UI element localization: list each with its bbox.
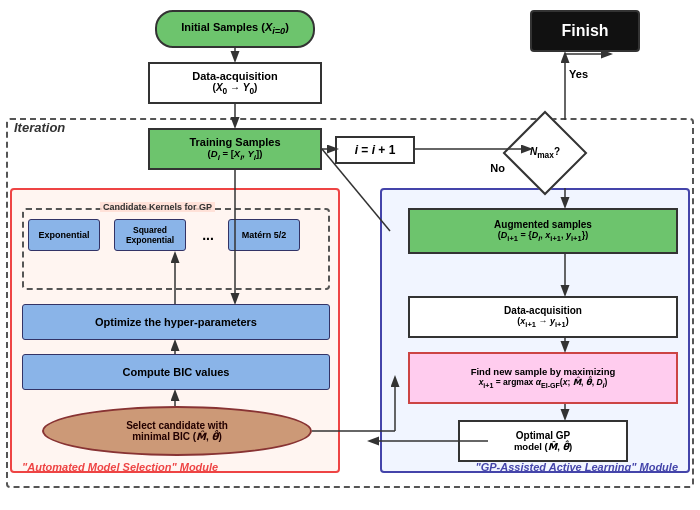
kernel-squared-exponential: SquaredExponential — [114, 219, 186, 251]
kernel-dots: ... — [198, 227, 218, 243]
node-compute-bic: Compute BIC values — [22, 354, 330, 390]
node-find-new-sample: Find new sample by maximizing xi+1 = arg… — [408, 352, 678, 404]
kernel-matern: Matérn 5/2 — [228, 219, 300, 251]
node-select-candidate: Select candidate with minimal BIC (M̂, θ… — [42, 406, 312, 456]
node-nmax-decision: Nmax? — [510, 118, 580, 188]
node-training-samples: Training Samples (Di = [Xi, Yi]) — [148, 128, 322, 170]
diamond-label: Nmax? — [510, 118, 580, 188]
node-iteration-counter: i = i + 1 — [335, 136, 415, 164]
node-data-acquisition-top: Data-acquisition (X0 → Y0) — [148, 62, 322, 104]
label-yes: Yes — [569, 68, 588, 80]
kernel-exponential: Exponential — [28, 219, 100, 251]
node-finish: Finish — [530, 10, 640, 52]
module-left-label: "Automated Model Selection" Module — [22, 461, 218, 473]
node-initial-samples: Initial Samples (Xi=0) — [155, 10, 315, 48]
node-optimal-gp: Optimal GP model (M̂, θ̂) — [458, 420, 628, 462]
module-right-label: "GP-Assisted Active Learning" Module — [475, 461, 678, 473]
node-data-acquisition-right: Data-acquisition (xi+1 → yi+1) — [408, 296, 678, 338]
label-no: No — [490, 162, 505, 174]
iteration-label: Iteration — [14, 120, 65, 135]
node-augmented-samples: Augmented samples (Di+1 = {Di, xi+1, yi+… — [408, 208, 678, 254]
node-optimize-hyperparams: Optimize the hyper-parameters — [22, 304, 330, 340]
diagram: Iteration "Automated Model Selection" Mo… — [0, 0, 700, 510]
candidate-kernels-label: Candidate Kernels for GP — [100, 202, 215, 212]
